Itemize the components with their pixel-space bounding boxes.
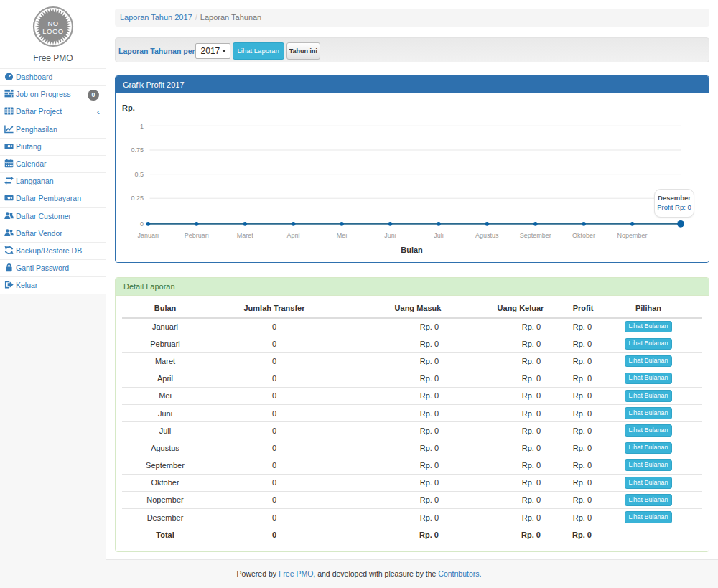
svg-text:Bulan: Bulan <box>401 245 423 253</box>
svg-text:September: September <box>520 231 551 238</box>
svg-text:April: April <box>287 231 300 238</box>
svg-text:Rp.: Rp. <box>122 103 135 111</box>
svg-text:Juni: Juni <box>384 231 396 238</box>
svg-text:1: 1 <box>140 122 144 129</box>
svg-text:0: 0 <box>140 220 144 227</box>
svg-text:Nopember: Nopember <box>617 231 648 238</box>
svg-text:NO: NO <box>47 19 58 27</box>
svg-text:0.5: 0.5 <box>134 170 144 177</box>
svg-text:0.25: 0.25 <box>131 195 144 202</box>
svg-text:Oktober: Oktober <box>572 231 595 238</box>
svg-text:Mei: Mei <box>337 231 348 238</box>
svg-text:Agustus: Agustus <box>475 231 499 238</box>
svg-text:Maret: Maret <box>237 231 254 238</box>
svg-text:Januari: Januari <box>138 231 159 238</box>
svg-text:0.75: 0.75 <box>131 146 144 154</box>
svg-text:LOGO: LOGO <box>42 27 63 35</box>
svg-text:Pebruari: Pebruari <box>185 231 209 238</box>
svg-text:Juli: Juli <box>434 231 444 238</box>
